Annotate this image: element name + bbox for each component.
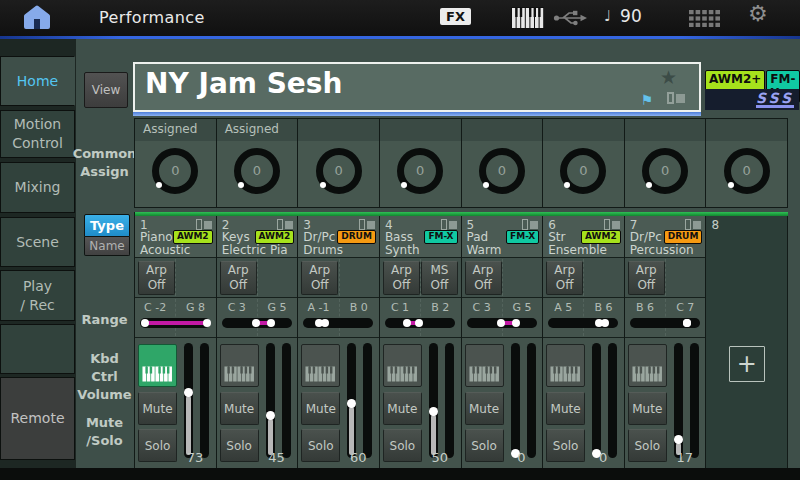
kbd-ctrl-button[interactable] xyxy=(383,344,422,387)
assign-knob[interactable]: 0 xyxy=(380,141,461,207)
fader-thumb[interactable] xyxy=(674,435,683,444)
mute-button[interactable]: Mute xyxy=(138,392,177,425)
part-range-cell[interactable]: A -1 B 0 xyxy=(298,298,379,338)
type-button[interactable]: Type xyxy=(84,214,130,237)
knob-ring[interactable]: 0 xyxy=(152,148,198,194)
range-low-handle[interactable] xyxy=(497,319,505,327)
utility-gear-icon[interactable]: ⚙ xyxy=(748,3,768,25)
range-high-handle[interactable] xyxy=(683,319,691,327)
part-range-cell[interactable]: C 3 G 5 xyxy=(462,298,543,338)
part-header[interactable]: 5 Pad FM-X Warm xyxy=(462,216,543,258)
volume-fader[interactable] xyxy=(429,343,438,458)
arp-button[interactable]: Arp Off xyxy=(138,261,175,295)
range-low-handle[interactable] xyxy=(252,319,260,327)
assign-knob[interactable]: 0 xyxy=(135,141,216,207)
part-header[interactable]: 2 Keys AWM2 Electric Pia xyxy=(217,216,298,258)
range-slider[interactable] xyxy=(140,318,210,328)
part-header[interactable]: 4 Bass FM-X Synth xyxy=(380,216,461,258)
part-header[interactable]: 6 Str AWM2 Ensemble xyxy=(543,216,624,258)
arp-button[interactable]: Arp Off xyxy=(628,261,665,295)
assign-knob[interactable]: 0 xyxy=(543,141,624,207)
solo-button[interactable]: Solo xyxy=(220,429,259,462)
part-range-cell[interactable]: B 6 C 7 xyxy=(625,298,706,338)
assign-knob[interactable]: 0 xyxy=(625,141,706,207)
sidebar-tab[interactable]: Play / Rec xyxy=(0,270,75,321)
part-header[interactable]: 7 Dr/Pc DRUM Percussion xyxy=(625,216,706,258)
part-column-8[interactable]: 8 + xyxy=(706,216,788,468)
arp-button[interactable]: Arp Off xyxy=(220,261,257,295)
kbd-ctrl-button[interactable] xyxy=(138,344,177,387)
fader-thumb[interactable] xyxy=(266,411,275,420)
arp-button[interactable]: Arp Off xyxy=(383,261,420,295)
mute-button[interactable]: Mute xyxy=(465,392,504,425)
solo-button[interactable]: Solo xyxy=(138,429,177,462)
knob-ring[interactable]: 0 xyxy=(234,148,280,194)
part-range-cell[interactable]: A 5 B 6 xyxy=(543,298,624,338)
kbd-ctrl-button[interactable] xyxy=(465,344,504,387)
volume-fader[interactable] xyxy=(511,343,520,458)
mute-button[interactable]: Mute xyxy=(220,392,259,425)
part-column[interactable]: 7 Dr/Pc DRUM Percussion Arp Off B 6 C 7 xyxy=(625,216,707,468)
part-range-cell[interactable]: C 3 G 5 xyxy=(217,298,298,338)
knob-ring[interactable]: 0 xyxy=(560,148,606,194)
fader-thumb[interactable] xyxy=(347,399,356,408)
knob-ring[interactable]: 0 xyxy=(724,148,770,194)
sidebar-tab[interactable]: Scene xyxy=(0,217,75,267)
volume-fader[interactable] xyxy=(592,343,601,458)
arp-button[interactable]: Arp Off xyxy=(546,261,583,295)
name-button[interactable]: Name xyxy=(84,237,130,256)
volume-fader[interactable] xyxy=(674,343,683,458)
mute-button[interactable]: Mute xyxy=(301,392,340,425)
kbd-ctrl-button[interactable] xyxy=(301,344,340,387)
mute-button[interactable]: Mute xyxy=(546,392,585,425)
arp-button[interactable]: Arp Off xyxy=(301,261,338,295)
assign-knob[interactable]: 0 xyxy=(298,141,379,207)
range-slider[interactable] xyxy=(303,318,373,328)
assign-knob[interactable]: 0 xyxy=(706,141,787,207)
range-slider[interactable] xyxy=(630,318,700,328)
mute-button[interactable]: Mute xyxy=(383,392,422,425)
kbd-ctrl-button[interactable] xyxy=(546,344,585,387)
range-high-handle[interactable] xyxy=(601,319,609,327)
knob-ring[interactable]: 0 xyxy=(479,148,525,194)
sidebar-tab[interactable]: Remote xyxy=(0,377,75,460)
home-button[interactable] xyxy=(14,2,60,34)
tempo-display[interactable]: ♩ 90 xyxy=(604,6,642,26)
part-column[interactable]: 6 Str AWM2 Ensemble Arp Off A 5 B 6 xyxy=(543,216,625,468)
part-range-cell[interactable]: C 1 B 2 xyxy=(380,298,461,338)
part-header[interactable]: 3 Dr/Pc DRUM Drums xyxy=(298,216,379,258)
add-part-button[interactable]: + xyxy=(729,346,765,382)
view-button[interactable]: View xyxy=(84,72,128,108)
range-high-handle[interactable] xyxy=(512,319,520,327)
knob-ring[interactable]: 0 xyxy=(316,148,362,194)
performance-name-box[interactable]: NY Jam Sesh ★ ⚑ xyxy=(133,62,701,112)
fx-indicator[interactable]: FX xyxy=(440,8,471,25)
range-slider[interactable] xyxy=(548,318,618,328)
knob-ring[interactable]: 0 xyxy=(397,148,443,194)
range-low-handle[interactable] xyxy=(141,319,149,327)
favorite-star-icon[interactable]: ★ xyxy=(660,66,677,88)
range-high-handle[interactable] xyxy=(415,319,423,327)
volume-fader[interactable] xyxy=(266,343,275,458)
fader-thumb[interactable] xyxy=(184,388,193,397)
assign-knob[interactable]: 0 xyxy=(462,141,543,207)
knob-ring[interactable]: 0 xyxy=(642,148,688,194)
assign-knob[interactable]: 0 xyxy=(217,141,298,207)
part-column[interactable]: 1 Piano AWM2 Acoustic Arp Off C -2 G 8 xyxy=(135,216,217,468)
kbd-ctrl-button[interactable] xyxy=(628,344,667,387)
solo-button[interactable]: Solo xyxy=(383,429,422,462)
solo-button[interactable]: Solo xyxy=(546,429,585,462)
range-slider[interactable] xyxy=(467,318,537,328)
menu-grid-icon[interactable] xyxy=(689,10,720,31)
fader-thumb[interactable] xyxy=(429,407,438,416)
sidebar-tab[interactable]: Mixing xyxy=(0,162,75,213)
part-column[interactable]: 5 Pad FM-X Warm Arp Off C 3 G 5 xyxy=(462,216,544,468)
motion-seq-button[interactable]: MS Off xyxy=(421,261,458,295)
sidebar-tab[interactable]: Motion Control xyxy=(0,110,75,158)
range-low-handle[interactable] xyxy=(403,319,411,327)
part-header[interactable]: 1 Piano AWM2 Acoustic xyxy=(135,216,216,258)
volume-fader[interactable] xyxy=(347,343,356,458)
solo-button[interactable]: Solo xyxy=(301,429,340,462)
sidebar-tab[interactable]: Home xyxy=(0,56,75,106)
range-slider[interactable] xyxy=(385,318,455,328)
